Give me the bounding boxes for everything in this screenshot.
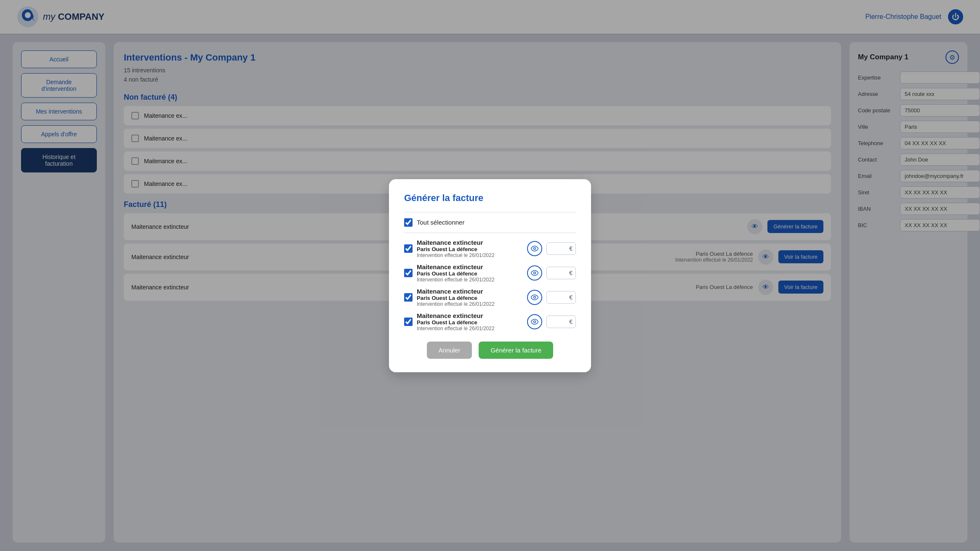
- modal-divider-2: [404, 233, 576, 233]
- price-wrapper-3: €: [546, 291, 576, 304]
- modal-item-3: Maitenance extincteur Paris Ouest La déf…: [404, 288, 576, 307]
- svg-point-2: [534, 247, 536, 249]
- modal-item-4: Maitenance extincteur Paris Ouest La déf…: [404, 312, 576, 331]
- modal-item-1: Maitenance extincteur Paris Ouest La déf…: [404, 239, 576, 258]
- modal-item-checkbox-4[interactable]: [404, 318, 413, 326]
- modal-price-input-1[interactable]: [546, 242, 576, 255]
- modal-price-input-2[interactable]: [546, 267, 576, 279]
- svg-point-4: [534, 296, 536, 298]
- modal-price-input-4[interactable]: [546, 315, 576, 328]
- modal-select-all-row: Tout sélectionner: [404, 218, 576, 227]
- modal-eye-btn-1[interactable]: [527, 241, 542, 256]
- modal-item-info-4: Maitenance extincteur Paris Ouest La déf…: [417, 312, 523, 331]
- select-all-label: Tout sélectionner: [417, 219, 464, 226]
- modal-actions: Annuler Générer la facture: [404, 342, 576, 359]
- svg-point-5: [534, 321, 536, 323]
- modal-divider: [404, 212, 576, 212]
- price-wrapper-1: €: [546, 242, 576, 255]
- modal-item-info-1: Maitenance extincteur Paris Ouest La déf…: [417, 239, 523, 258]
- modal-item-2: Maitenance extincteur Paris Ouest La déf…: [404, 263, 576, 283]
- modal-item-info-3: Maitenance extincteur Paris Ouest La déf…: [417, 288, 523, 307]
- modal-generer-facture: Générer la facture Tout sélectionner Mai…: [389, 179, 591, 372]
- modal-item-checkbox-1[interactable]: [404, 244, 413, 253]
- modal-item-checkbox-2[interactable]: [404, 269, 413, 277]
- modal-eye-btn-4[interactable]: [527, 314, 542, 329]
- modal-eye-btn-3[interactable]: [527, 290, 542, 305]
- svg-point-3: [534, 272, 536, 274]
- modal-eye-btn-2[interactable]: [527, 265, 542, 281]
- generer-facture-modal-button[interactable]: Générer la facture: [479, 342, 553, 359]
- modal-title: Générer la facture: [404, 193, 576, 204]
- select-all-checkbox[interactable]: [404, 218, 413, 227]
- modal-item-checkbox-3[interactable]: [404, 293, 413, 302]
- price-wrapper-2: €: [546, 267, 576, 279]
- modal-price-input-3[interactable]: [546, 291, 576, 304]
- modal-overlay[interactable]: Générer la facture Tout sélectionner Mai…: [0, 0, 980, 551]
- annuler-button[interactable]: Annuler: [427, 342, 472, 359]
- modal-item-info-2: Maitenance extincteur Paris Ouest La déf…: [417, 263, 523, 283]
- price-wrapper-4: €: [546, 315, 576, 328]
